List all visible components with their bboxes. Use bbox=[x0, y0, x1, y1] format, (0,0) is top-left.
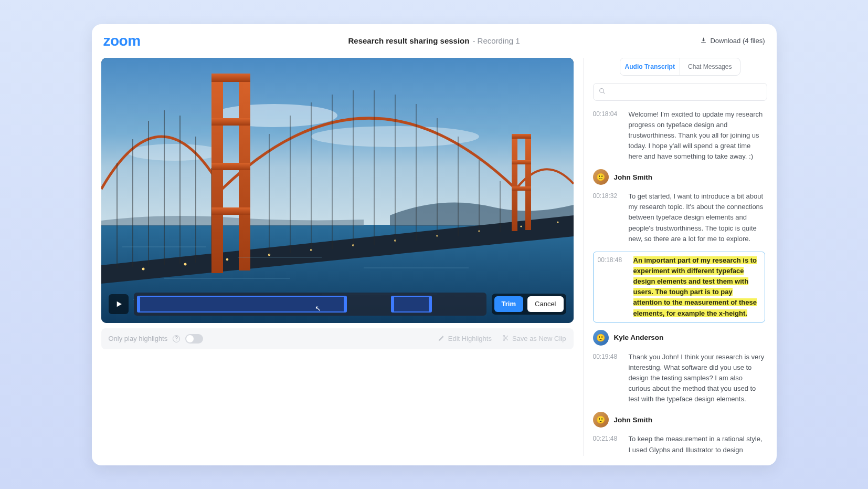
topbar: zoom Research result sharing session - R… bbox=[92, 24, 777, 58]
trim-timeline[interactable]: ↖ bbox=[134, 293, 486, 316]
transcript-text: Welcome! I'm excited to update my resear… bbox=[629, 109, 765, 162]
speaker-name: John Smith bbox=[614, 173, 653, 181]
svg-rect-46 bbox=[512, 186, 531, 191]
svg-point-4 bbox=[128, 144, 222, 161]
only-play-highlights: Only play highlights ? bbox=[109, 334, 204, 344]
svg-rect-39 bbox=[211, 118, 250, 126]
svg-point-7 bbox=[226, 258, 228, 261]
info-icon[interactable]: ? bbox=[173, 335, 180, 342]
timestamp: 00:19:48 bbox=[593, 352, 621, 405]
session-title: Research result sharing session bbox=[348, 36, 470, 45]
avatar: 🙂 bbox=[593, 330, 609, 346]
transcript-search[interactable] bbox=[593, 83, 767, 101]
page-title: Research result sharing session - Record… bbox=[348, 36, 520, 45]
transcript-line[interactable]: 00:18:32To get started, I want to introd… bbox=[593, 191, 765, 244]
pencil-icon bbox=[438, 335, 445, 343]
video-scene bbox=[101, 58, 574, 323]
video-column: ↖ Trim Cancel Only play highlights ? bbox=[101, 58, 574, 456]
trim-handle-right[interactable] bbox=[429, 297, 432, 311]
sidebar-tabs: Audio Transcript Chat Messages bbox=[620, 58, 740, 76]
sidebar: Audio Transcript Chat Messages 00:18:04W… bbox=[583, 58, 767, 456]
svg-rect-42 bbox=[512, 134, 517, 231]
save-clip-label: Save as New Clip bbox=[512, 335, 566, 342]
highlight-actions: Edit Highlights Save as New Clip bbox=[438, 335, 566, 343]
recording-subtitle: - Recording 1 bbox=[472, 36, 520, 45]
timestamp: 00:18:04 bbox=[593, 109, 621, 162]
speaker-row: 🙂John Smith bbox=[593, 169, 765, 185]
svg-point-14 bbox=[520, 225, 522, 227]
svg-rect-36 bbox=[211, 74, 223, 273]
download-label: Download (4 files) bbox=[710, 37, 765, 45]
svg-point-6 bbox=[184, 263, 186, 265]
search-icon bbox=[599, 87, 606, 97]
download-button[interactable]: Download (4 files) bbox=[700, 37, 765, 45]
only-play-label: Only play highlights bbox=[109, 335, 168, 342]
content: ↖ Trim Cancel Only play highlights ? bbox=[92, 58, 777, 465]
zoom-logo: zoom bbox=[103, 33, 141, 49]
tab-chat-messages[interactable]: Chat Messages bbox=[680, 58, 740, 75]
trim-handle-right[interactable] bbox=[344, 297, 347, 311]
video-controls: ↖ Trim Cancel bbox=[109, 293, 566, 316]
transcript-text: To keep the measurement in a rational st… bbox=[629, 434, 765, 455]
svg-rect-37 bbox=[239, 74, 250, 270]
avatar: 🙂 bbox=[593, 169, 609, 185]
timestamp: 00:18:48 bbox=[598, 255, 626, 319]
speaker-name: Kyle Anderson bbox=[614, 334, 664, 341]
trim-button[interactable]: Trim bbox=[494, 296, 523, 312]
transcript-text: Thank you John! I think your research is… bbox=[629, 352, 765, 405]
svg-rect-45 bbox=[512, 160, 531, 164]
edit-highlights-label: Edit Highlights bbox=[448, 335, 492, 342]
transcript-text: An important part of my research is to e… bbox=[633, 255, 760, 319]
video-player[interactable]: ↖ Trim Cancel bbox=[101, 58, 574, 323]
svg-point-54 bbox=[503, 339, 505, 340]
speaker-name: John Smith bbox=[614, 416, 653, 424]
trim-segment-2[interactable] bbox=[391, 296, 432, 313]
trim-handle-left[interactable] bbox=[391, 297, 394, 311]
transcript-list[interactable]: 00:18:04Welcome! I'm excited to update m… bbox=[593, 109, 767, 456]
avatar: 🙂 bbox=[593, 412, 609, 428]
svg-point-55 bbox=[599, 88, 604, 92]
timestamp: 00:18:32 bbox=[593, 191, 621, 244]
transcript-line[interactable]: 00:18:04Welcome! I'm excited to update m… bbox=[593, 109, 765, 162]
transcript-line[interactable]: 00:19:48Thank you John! I think your res… bbox=[593, 352, 765, 405]
play-icon bbox=[114, 300, 123, 308]
cancel-button[interactable]: Cancel bbox=[527, 296, 563, 312]
svg-point-15 bbox=[557, 221, 558, 223]
speaker-row: 🙂Kyle Anderson bbox=[593, 330, 765, 346]
trim-handle-left[interactable] bbox=[137, 297, 140, 311]
svg-rect-41 bbox=[211, 207, 250, 215]
svg-rect-43 bbox=[525, 134, 531, 230]
timestamp: 00:21:48 bbox=[593, 434, 621, 455]
transcript-highlight[interactable]: 00:18:48An important part of my research… bbox=[593, 252, 765, 322]
search-input[interactable] bbox=[610, 88, 761, 96]
svg-rect-40 bbox=[211, 163, 250, 170]
download-icon bbox=[700, 37, 707, 45]
edit-highlights-button[interactable]: Edit Highlights bbox=[438, 335, 492, 343]
transcript-text: To get started, I want to introduce a bi… bbox=[629, 191, 765, 244]
svg-line-56 bbox=[603, 92, 605, 93]
highlights-bar: Only play highlights ? Edit Highlights bbox=[101, 328, 574, 349]
svg-point-53 bbox=[503, 335, 505, 337]
highlights-toggle[interactable] bbox=[185, 334, 203, 344]
svg-rect-44 bbox=[512, 134, 531, 139]
trim-segment-1[interactable] bbox=[137, 296, 347, 313]
svg-point-5 bbox=[142, 267, 144, 270]
transcript-line[interactable]: 00:21:48To keep the measurement in a rat… bbox=[593, 434, 765, 455]
trim-actions: Trim Cancel bbox=[492, 294, 566, 315]
scissors-icon bbox=[502, 335, 509, 343]
save-clip-button[interactable]: Save as New Clip bbox=[502, 335, 566, 343]
play-button[interactable] bbox=[109, 294, 129, 314]
tab-audio-transcript[interactable]: Audio Transcript bbox=[620, 58, 680, 75]
app-window: zoom Research result sharing session - R… bbox=[92, 24, 777, 465]
speaker-row: 🙂John Smith bbox=[593, 412, 765, 428]
svg-rect-38 bbox=[211, 74, 250, 82]
